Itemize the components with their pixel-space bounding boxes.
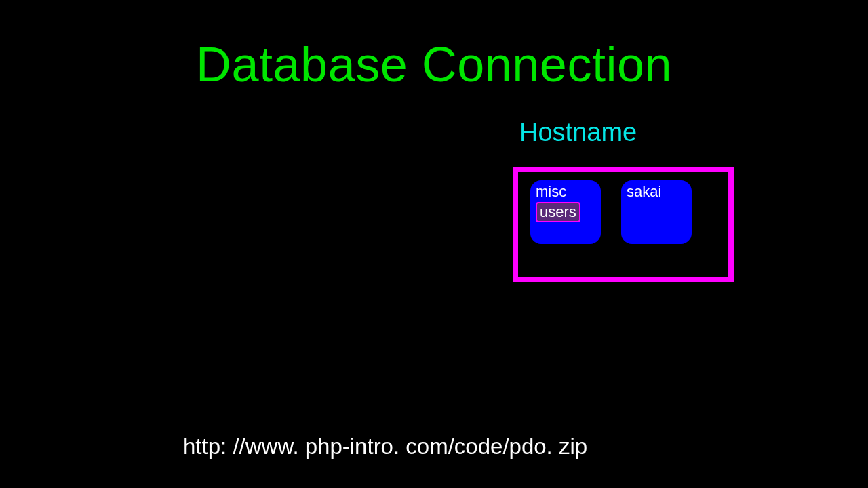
database-label: misc (536, 183, 595, 201)
footer-url: http: //www. php-intro. com/code/pdo. zi… (183, 434, 587, 460)
database-sakai: sakai (621, 180, 692, 244)
hostname-label: Hostname (519, 118, 637, 147)
slide: Database Connection Hostname misc users … (0, 0, 868, 488)
table-users: users (536, 202, 580, 222)
host-box: misc users sakai (513, 167, 734, 282)
slide-title: Database Connection (0, 37, 868, 92)
database-row: misc users sakai (530, 180, 716, 244)
database-label: sakai (627, 183, 686, 201)
database-misc: misc users (530, 180, 601, 244)
